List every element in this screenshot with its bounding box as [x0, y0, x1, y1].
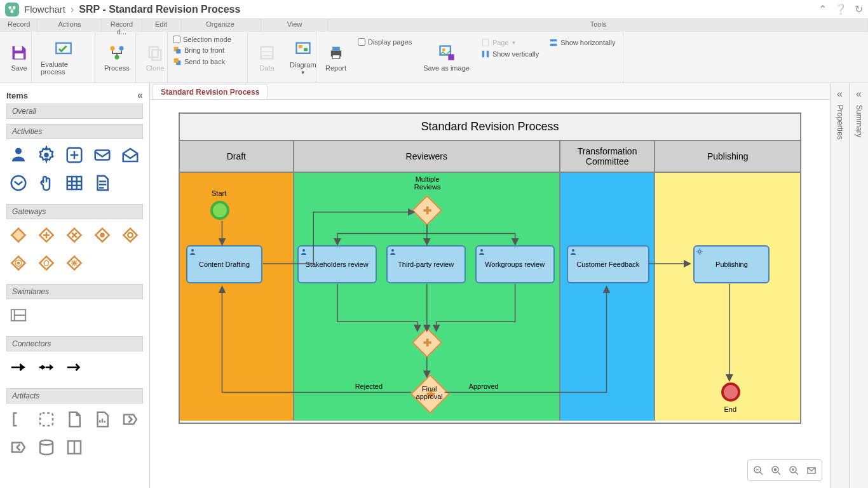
svg-rect-18 [296, 43, 309, 53]
palette-connectors-header[interactable]: Connectors [6, 336, 143, 351]
artifact-chart-page-icon[interactable] [90, 407, 114, 431]
lane-reviewers[interactable]: Reviewers Multiple Reviews ✚ Stakeholder… [294, 141, 560, 421]
connector-arrow-icon[interactable] [6, 355, 31, 379]
zoom-reset-button[interactable] [768, 463, 783, 478]
clone-button: Clone [141, 34, 169, 80]
svg-point-71 [480, 249, 483, 252]
activity-user-icon[interactable] [6, 143, 31, 167]
swimlane-icon[interactable] [6, 303, 31, 327]
fit-to-screen-button[interactable] [804, 463, 819, 478]
artifact-receive-icon[interactable] [6, 435, 31, 459]
bring-to-front-button[interactable]: Bring to front [173, 46, 231, 55]
activity-document-icon[interactable] [90, 171, 114, 195]
stakeholders-review-node[interactable]: Stakeholders review [297, 245, 377, 283]
refresh-icon[interactable]: ↻ [855, 3, 863, 15]
zoom-out-button[interactable] [750, 463, 766, 478]
svg-point-80 [775, 469, 776, 471]
palette-gateways-header[interactable]: Gateways [6, 204, 143, 219]
svg-line-76 [760, 472, 763, 475]
customer-feedback-node[interactable]: Customer Feedback [567, 245, 649, 283]
palette-overall-header[interactable]: Overall [6, 104, 143, 119]
svg-point-69 [302, 249, 305, 252]
breadcrumb-root[interactable]: Flowchart [24, 4, 65, 15]
activity-hand-icon[interactable] [34, 171, 58, 195]
diagram-canvas[interactable]: Standard Revision Process Draft Start Co… [150, 100, 830, 488]
selection-mode-checkbox[interactable]: Selection mode [173, 36, 231, 43]
svg-point-25 [442, 48, 445, 51]
gateway-plus-icon[interactable] [34, 223, 58, 247]
gateway-multiple-reviews[interactable]: ✚ [412, 195, 442, 226]
show-horizontally-button[interactable]: Show horizontally [549, 38, 615, 47]
ribbon-tab-actions: Actions [38, 19, 102, 32]
connector-open-arrow-icon[interactable] [62, 355, 86, 379]
app-logo-icon [5, 3, 19, 17]
data-icon [257, 43, 277, 63]
artifact-datastore-icon[interactable] [34, 435, 58, 459]
save-image-icon [437, 43, 457, 63]
connector-diamond-arrow-icon[interactable] [34, 355, 58, 379]
svg-rect-14 [174, 58, 179, 63]
svg-line-82 [796, 472, 798, 475]
artifact-send-icon[interactable] [118, 407, 142, 431]
canvas-area: Standard Revision Process Standard Revis… [150, 83, 830, 488]
gateway-pentagon-icon[interactable] [34, 251, 58, 275]
third-party-review-node[interactable]: Third-party review [386, 245, 466, 283]
diagram-button[interactable]: Diagram ▼ [286, 34, 320, 80]
properties-label[interactable]: Properties [836, 105, 844, 140]
save-as-image-button[interactable]: Save as image [419, 34, 473, 80]
artifact-page-icon[interactable] [62, 407, 86, 431]
palette-activities-header[interactable]: Activities [6, 124, 143, 139]
collapse-left-icon[interactable]: « [137, 90, 143, 101]
approved-label: Approved [469, 383, 499, 390]
collapse-right-icon[interactable]: « [837, 88, 843, 100]
zoom-in-button[interactable] [786, 463, 801, 478]
help-icon[interactable]: ❔ [834, 3, 847, 15]
svg-rect-45 [11, 228, 25, 241]
collapse-ribbon-icon[interactable]: ⌃ [818, 3, 827, 15]
collapse-right-icon[interactable]: « [856, 88, 862, 100]
gateway-ring-icon[interactable] [6, 251, 31, 275]
report-button[interactable]: Report [322, 34, 350, 80]
gateway-x-icon[interactable] [62, 223, 86, 247]
canvas-tab[interactable]: Standard Revision Process [153, 85, 268, 99]
end-node[interactable] [721, 383, 740, 402]
svg-rect-3 [15, 46, 22, 51]
palette-artifacts-header[interactable]: Artifacts [6, 388, 143, 403]
start-node[interactable] [210, 201, 229, 220]
workgroups-review-node[interactable]: Workgroups review [475, 245, 555, 283]
process-button[interactable]: Process [100, 34, 133, 80]
activity-plus-icon[interactable] [62, 143, 86, 167]
svg-point-49 [100, 233, 105, 238]
svg-point-8 [114, 55, 119, 60]
lane-transformation[interactable]: Transformation Committee Customer Feedba… [560, 141, 656, 421]
palette-swimlanes-header[interactable]: Swimlanes [6, 284, 143, 299]
artifact-dashed-box-icon[interactable] [34, 407, 58, 431]
activity-table-icon[interactable] [62, 171, 86, 195]
lane-publishing[interactable]: Publishing Publishing End [655, 141, 800, 421]
activity-mail-circle-icon[interactable] [6, 171, 31, 195]
activity-gear-icon[interactable] [34, 143, 58, 167]
start-label: Start [212, 189, 226, 197]
activity-envelope-icon[interactable] [90, 143, 114, 167]
artifact-columns-icon[interactable] [62, 435, 86, 459]
evaluate-process-button[interactable]: Evaluate process [37, 34, 90, 80]
gateway-star-icon[interactable] [90, 223, 114, 247]
gateway-complex-icon[interactable] [62, 251, 86, 275]
send-to-back-button[interactable]: Send to back [173, 57, 231, 66]
gateway-circle-icon[interactable] [118, 223, 142, 247]
artifact-bracket-icon[interactable] [6, 407, 31, 431]
summary-panel: « Summary [849, 83, 868, 488]
content-drafting-node[interactable]: Content Drafting [186, 245, 262, 283]
publishing-node[interactable]: Publishing [693, 245, 770, 283]
display-pages-checkbox[interactable]: Display pages [358, 38, 412, 46]
gateway-diamond-icon[interactable] [6, 223, 31, 247]
summary-label[interactable]: Summary [855, 105, 864, 137]
activity-open-envelope-icon[interactable] [118, 143, 142, 167]
save-button[interactable]: Save [5, 34, 33, 80]
svg-marker-61 [20, 364, 26, 370]
lane-draft[interactable]: Draft Start Content Drafting [180, 141, 294, 421]
process-icon [107, 43, 127, 63]
end-label: End [724, 405, 736, 413]
gateway-join[interactable]: ✚ [412, 327, 442, 358]
show-vertically-button[interactable]: Show vertically [481, 50, 539, 58]
